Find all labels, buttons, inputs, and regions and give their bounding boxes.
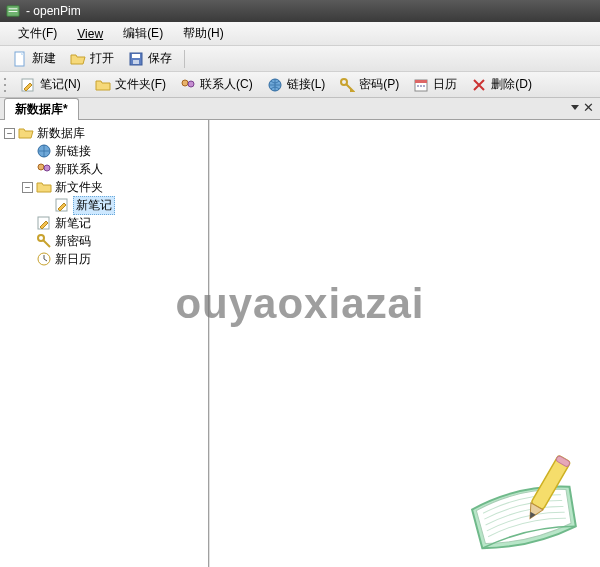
svg-rect-14 [417, 85, 419, 87]
menubar: 文件(F) View 编辑(E) 帮助(H) [0, 22, 600, 46]
folder-icon [95, 77, 111, 93]
svg-rect-6 [133, 60, 139, 64]
window-titlebar: - openPim [0, 0, 600, 22]
content-area: − 新数据库 新链接 新联系人 [0, 120, 600, 567]
save-icon [128, 51, 144, 67]
note-icon [20, 77, 36, 93]
calendar-button[interactable]: 日历 [407, 74, 463, 95]
new-note-button[interactable]: 笔记(N) [14, 74, 87, 95]
clock-icon [36, 251, 52, 267]
main-panel [209, 120, 600, 567]
window-title: - openPim [26, 4, 594, 18]
tree-view[interactable]: − 新数据库 新链接 新联系人 [0, 124, 208, 268]
menu-view[interactable]: View [67, 24, 113, 44]
folder-open-icon [70, 51, 86, 67]
folder-icon [36, 179, 52, 195]
items-toolbar: 笔记(N) 文件夹(F) 联系人(C) 链接(L) 密码(P) 日历 删除(D) [0, 72, 600, 98]
svg-point-8 [182, 80, 188, 86]
folder-open-icon [18, 125, 34, 141]
globe-icon [36, 143, 52, 159]
collapse-icon[interactable]: − [4, 128, 15, 139]
menu-help[interactable]: 帮助(H) [173, 22, 234, 45]
open-button[interactable]: 打开 [64, 48, 120, 69]
tree-item-note-nested[interactable]: 新笔记 [36, 196, 208, 214]
delete-icon [471, 77, 487, 93]
svg-rect-2 [9, 11, 18, 12]
key-icon [36, 233, 52, 249]
contacts-icon [36, 161, 52, 177]
save-button[interactable]: 保存 [122, 48, 178, 69]
svg-rect-5 [132, 54, 140, 58]
toolbar-separator [184, 50, 185, 68]
svg-rect-16 [423, 85, 425, 87]
tree-root-label: 新数据库 [37, 125, 85, 142]
main-toolbar: 新建 打开 保存 [0, 46, 600, 72]
note-icon [54, 197, 70, 213]
tree-panel: − 新数据库 新链接 新联系人 [0, 120, 209, 567]
new-password-button[interactable]: 密码(P) [333, 74, 405, 95]
svg-rect-13 [415, 80, 427, 83]
new-link-button[interactable]: 链接(L) [261, 74, 332, 95]
tab-strip: 新数据库* ✕ [0, 98, 600, 120]
tab-close-button[interactable]: ✕ [583, 100, 594, 115]
note-icon [36, 215, 52, 231]
svg-point-19 [44, 165, 50, 171]
calendar-icon [413, 77, 429, 93]
tree-item-calendar[interactable]: 新日历 [18, 250, 208, 268]
new-folder-button[interactable]: 文件夹(F) [89, 74, 172, 95]
toolbar-grip[interactable] [4, 76, 10, 94]
tree-item-note[interactable]: 新笔记 [18, 214, 208, 232]
new-file-icon [12, 51, 28, 67]
menu-file[interactable]: 文件(F) [8, 22, 67, 45]
tree-item-folder[interactable]: − 新文件夹 [18, 178, 208, 196]
tree-root[interactable]: − 新数据库 [0, 124, 208, 142]
svg-rect-1 [9, 8, 18, 9]
app-icon [6, 4, 20, 18]
svg-point-9 [188, 81, 194, 87]
notebook-illustration [452, 449, 592, 559]
menu-edit[interactable]: 编辑(E) [113, 22, 173, 45]
tree-item-contact[interactable]: 新联系人 [18, 160, 208, 178]
tab-menu-dropdown[interactable] [571, 105, 579, 110]
new-button[interactable]: 新建 [6, 48, 62, 69]
contacts-icon [180, 77, 196, 93]
svg-point-18 [38, 164, 44, 170]
globe-icon [267, 77, 283, 93]
tree-item-link[interactable]: 新链接 [18, 142, 208, 160]
collapse-icon[interactable]: − [22, 182, 33, 193]
delete-button[interactable]: 删除(D) [465, 74, 538, 95]
svg-rect-15 [420, 85, 422, 87]
tab-database[interactable]: 新数据库* [4, 98, 79, 120]
tree-item-password[interactable]: 新密码 [18, 232, 208, 250]
key-icon [339, 77, 355, 93]
new-contact-button[interactable]: 联系人(C) [174, 74, 259, 95]
